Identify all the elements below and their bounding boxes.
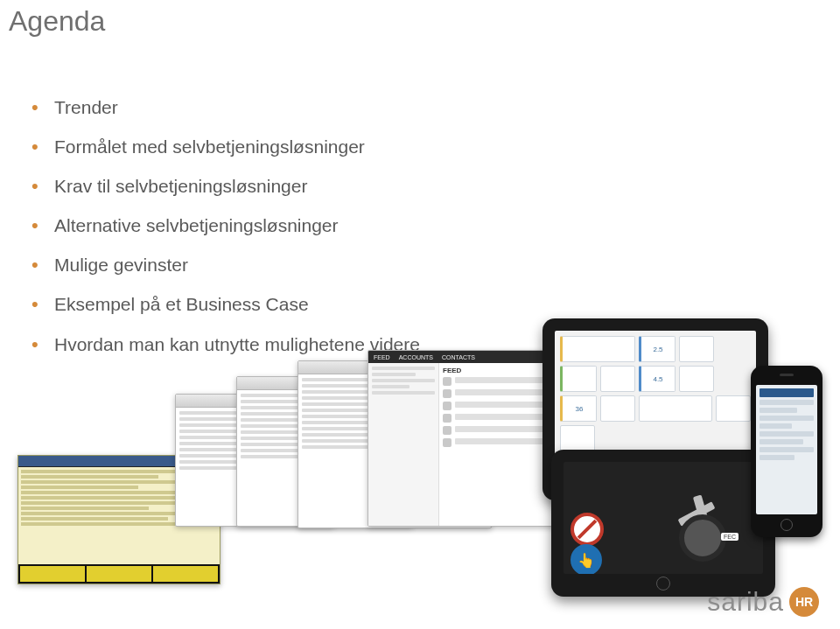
touch-icon: 👆: [570, 544, 602, 574]
brand-badge: HR: [789, 587, 819, 617]
phone-screen: [756, 385, 817, 514]
kpi-tile: [679, 366, 714, 392]
kpi-tile: [639, 395, 712, 422]
feed-tab: CONTACTS: [442, 354, 475, 360]
slide: Agenda Trender Formålet med selvbetjenin…: [0, 0, 840, 629]
no-smoking-icon: [570, 513, 604, 546]
agenda-item: Trender: [32, 87, 420, 127]
slide-title: Agenda: [9, 5, 105, 38]
brand-word: sariba: [707, 587, 784, 617]
kpi-tile: 2.5: [639, 336, 676, 362]
phone-home-button: [780, 519, 793, 531]
agenda-item: Mulige gevinster: [32, 245, 420, 284]
part-label: FEC: [721, 533, 738, 541]
brand-logo: sariba HR: [707, 587, 819, 617]
kpi-tile: [600, 366, 635, 392]
kpi-tile: [560, 336, 635, 362]
kpi-tile: 36: [560, 395, 597, 422]
tablet-dark: FEC 👆: [551, 450, 775, 597]
phone-mockup: [751, 366, 822, 537]
agenda-item-text: Mulige gevinster: [54, 255, 188, 275]
kpi-tile: [716, 395, 751, 422]
kpi-tile: 4.5: [639, 366, 676, 392]
kpi-tile: [560, 366, 597, 392]
agenda-list: Trender Formålet med selvbetjeningsløsni…: [32, 87, 420, 364]
kpi-tile: [560, 425, 595, 451]
agenda-item-text: Formålet med selvbetjeningsløsninger: [54, 136, 365, 157]
landing-gear-graphic: FEC: [646, 471, 742, 567]
agenda-item-text: Alternative selvbetjeningsløsninger: [54, 215, 339, 235]
agenda-item: Eksempel på et Business Case: [32, 284, 420, 324]
kpi-tile: [600, 395, 635, 422]
agenda-item-text: Krav til selvbetjeningsløsninger: [54, 176, 307, 196]
kpi-tile: [679, 336, 714, 362]
feed-tab: FEED: [374, 354, 390, 360]
agenda-item: Formålet med selvbetjeningsløsninger: [32, 127, 420, 166]
agenda-item: Krav til selvbetjeningsløsninger: [32, 166, 420, 206]
agenda-item: Alternative selvbetjeningsløsninger: [32, 206, 420, 245]
agenda-item-text: Trender: [54, 97, 118, 117]
phone-speaker: [780, 374, 794, 376]
screenshot-collage: FEED ACCOUNTS CONTACTS FEED: [149, 341, 822, 577]
dashboard-tiles: 2.5 4.5 36: [555, 331, 756, 457]
feed-tab: ACCOUNTS: [399, 354, 433, 360]
agenda-item-text: Eksempel på et Business Case: [54, 294, 309, 314]
tablet-home-button: [656, 577, 670, 591]
